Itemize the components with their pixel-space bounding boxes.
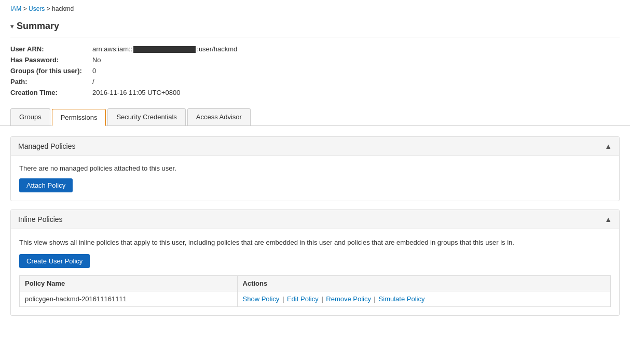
inline-policies-body: This view shows all inline policies that… (11, 229, 619, 315)
creation-time-label: Creation Time: (10, 87, 92, 98)
breadcrumb-users[interactable]: Users (29, 5, 45, 12)
tab-permissions[interactable]: Permissions (52, 109, 106, 126)
edit-policy-link[interactable]: Edit Policy (287, 295, 319, 303)
col-policy-name: Policy Name (20, 275, 238, 291)
action-separator: | (320, 295, 325, 303)
inline-policies-chevron[interactable]: ▲ (605, 215, 612, 223)
remove-policy-link[interactable]: Remove Policy (326, 295, 371, 303)
managed-policies-header: Managed Policies ▲ (11, 137, 619, 156)
inline-policies-description: This view shows all inline policies that… (19, 237, 611, 248)
summary-header: ▾ Summary (10, 18, 620, 37)
managed-policies-body: There are no managed policies attached t… (11, 156, 619, 201)
summary-table: User ARN: arn:aws:iam:::user/hackmd Has … (10, 44, 237, 98)
summary-row-creation-time: Creation Time: 2016-11-16 11:05 UTC+0800 (10, 87, 237, 98)
summary-section: ▾ Summary User ARN: arn:aws:iam:::user/h… (0, 18, 630, 108)
tab-security-credentials[interactable]: Security Credentials (107, 108, 185, 125)
tab-content-permissions: Managed Policies ▲ There are no managed … (0, 126, 630, 334)
action-separator: | (372, 295, 378, 303)
simulate-policy-link[interactable]: Simulate Policy (379, 295, 425, 303)
creation-time-value: 2016-11-16 11:05 UTC+0800 (92, 87, 237, 98)
inline-policies-title: Inline Policies (18, 215, 63, 223)
table-header-row: Policy Name Actions (20, 275, 611, 291)
tabs-container: Groups Permissions Security Credentials … (0, 108, 630, 126)
summary-row-arn: User ARN: arn:aws:iam:::user/hackmd (10, 44, 237, 54)
policy-name-cell: policygen-hackmd-201611161111 (20, 291, 238, 306)
show-policy-link[interactable]: Show Policy (243, 295, 280, 303)
create-user-policy-button[interactable]: Create User Policy (19, 254, 90, 268)
summary-row-password: Has Password: No (10, 54, 237, 65)
tab-access-advisor[interactable]: Access Advisor (187, 108, 251, 125)
managed-policies-title: Managed Policies (18, 142, 76, 150)
managed-policies-chevron[interactable]: ▲ (605, 142, 612, 150)
summary-title: Summary (17, 21, 59, 32)
inline-policies-table: Policy Name Actions policygen-hackmd-201… (19, 275, 611, 307)
table-row: policygen-hackmd-201611161111Show Policy… (20, 291, 611, 306)
has-password-label: Has Password: (10, 54, 92, 65)
breadcrumb: IAM > Users > hackmd (0, 0, 630, 18)
path-label: Path: (10, 76, 92, 87)
groups-value: 0 (92, 65, 237, 76)
managed-policies-section: Managed Policies ▲ There are no managed … (10, 136, 620, 201)
no-managed-policies-text: There are no managed policies attached t… (19, 164, 611, 172)
breadcrumb-username: hackmd (52, 5, 74, 12)
inline-policies-header: Inline Policies ▲ (11, 210, 619, 229)
breadcrumb-iam[interactable]: IAM (10, 5, 21, 12)
user-arn-label: User ARN: (10, 44, 92, 54)
has-password-value: No (92, 54, 237, 65)
groups-label: Groups (for this user): (10, 65, 92, 76)
col-actions: Actions (237, 275, 610, 291)
action-separator: | (280, 295, 286, 303)
tab-groups[interactable]: Groups (10, 108, 50, 125)
user-arn-value: arn:aws:iam:::user/hackmd (92, 44, 237, 54)
path-value: / (92, 76, 237, 87)
summary-row-path: Path: / (10, 76, 237, 87)
summary-chevron[interactable]: ▾ (10, 23, 13, 30)
summary-row-groups: Groups (for this user): 0 (10, 65, 237, 76)
policy-actions-cell: Show Policy | Edit Policy | Remove Polic… (237, 291, 610, 306)
inline-policies-section: Inline Policies ▲ This view shows all in… (10, 209, 620, 316)
redacted-account-id (133, 46, 196, 53)
attach-policy-button[interactable]: Attach Policy (19, 178, 73, 192)
